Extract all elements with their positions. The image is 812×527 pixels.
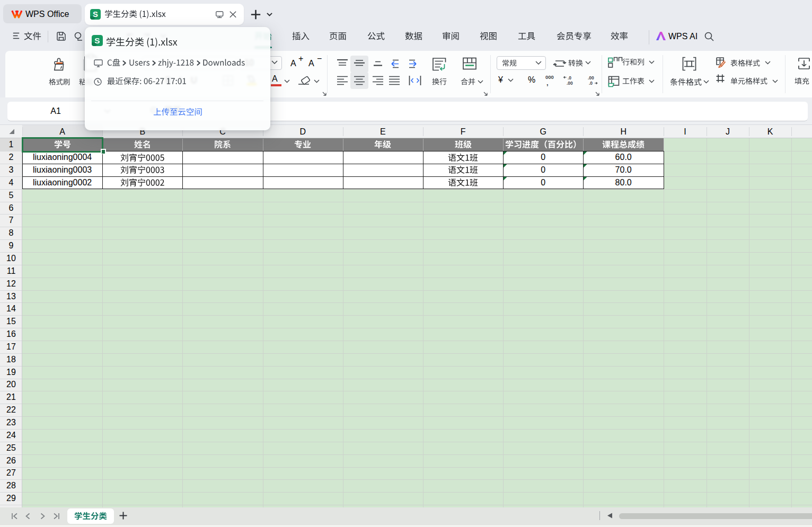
svg-text:.0: .0 <box>589 81 593 86</box>
svg-text:.00: .00 <box>567 81 573 86</box>
svg-text:.0: .0 <box>568 75 571 81</box>
svg-text:,: , <box>546 79 549 87</box>
svg-text:S: S <box>94 36 100 45</box>
svg-text:S: S <box>93 10 98 19</box>
svg-text:.00: .00 <box>588 75 594 81</box>
